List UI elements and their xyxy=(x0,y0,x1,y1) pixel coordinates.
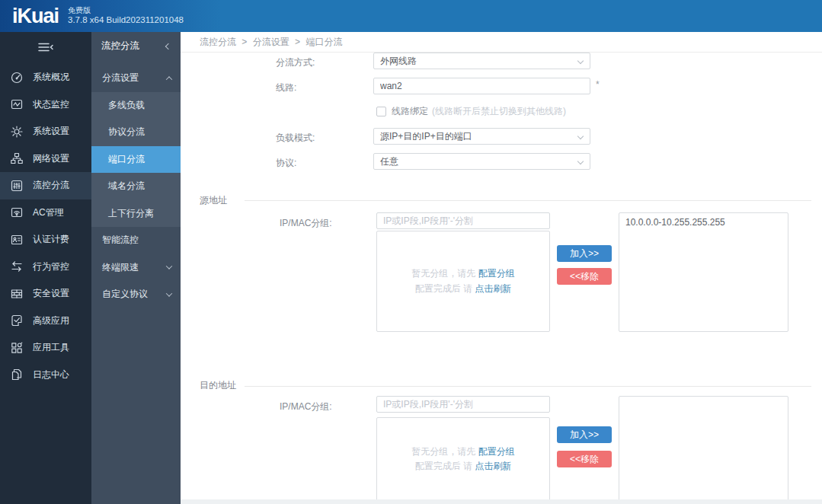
line-bind-row: 线路绑定 (线路断开后禁止切换到其他线路) xyxy=(376,105,566,118)
wifi-icon xyxy=(10,206,24,219)
dest-ip-input[interactable] xyxy=(376,396,550,413)
submenu-item-updown-split[interactable]: 上下行分离 xyxy=(91,200,181,228)
submenu-item-label: 终端限速 xyxy=(102,261,139,274)
sidebar-item-label: 安全设置 xyxy=(33,287,69,300)
chevron-down-icon xyxy=(577,158,584,164)
configure-group-link[interactable]: 配置分组 xyxy=(478,446,515,457)
submenu-item-label: 分流设置 xyxy=(102,72,139,85)
empty-hint-line1: 暂无分组，请先 配置分组 xyxy=(411,445,514,459)
dest-selected-listbox[interactable] xyxy=(619,396,788,501)
sidebar-item-label: 系统设置 xyxy=(33,125,69,138)
flow-control-submenu: 流控分流 分流设置 多线负载 协议分流 端口分流 域名分流 上下行分离 智能流控… xyxy=(91,32,181,504)
configure-group-link[interactable]: 配置分组 xyxy=(478,268,515,279)
check-note-icon xyxy=(10,314,24,327)
page-bottom-strip xyxy=(181,499,822,504)
app-logo: iKuai xyxy=(12,5,59,28)
sidebar-item-label: 认证计费 xyxy=(33,233,69,246)
dest-group-listbox[interactable]: 暂无分组，请先 配置分组 配置完成后 请 点击刷新 xyxy=(376,417,550,501)
submenu-header[interactable]: 流控分流 xyxy=(91,32,181,60)
hamburger-icon xyxy=(37,42,55,55)
swap-arrows-icon xyxy=(10,260,24,273)
chevron-down-icon xyxy=(577,58,584,64)
sliders-icon xyxy=(10,179,24,193)
chevron-down-icon xyxy=(166,290,172,296)
submenu-title: 流控分流 xyxy=(101,40,139,53)
line-bind-checkbox[interactable] xyxy=(376,107,386,116)
chevron-up-icon xyxy=(166,76,172,82)
empty-hint-line1: 暂无分组，请先 配置分组 xyxy=(411,266,514,281)
submenu-item-custom-protocol[interactable]: 自定义协议 xyxy=(91,281,181,308)
sidebar-collapse-button[interactable] xyxy=(0,32,91,64)
submenu-item-label: 智能流控 xyxy=(102,234,139,247)
protocol-select[interactable]: 任意 xyxy=(373,153,590,170)
sidebar-item-log-center[interactable]: 日志中心 xyxy=(0,362,91,389)
top-bar: iKuai 免费版 3.7.8 x64 Build202311201048 xyxy=(0,0,822,32)
chevron-down-icon xyxy=(577,133,584,139)
source-group-listbox[interactable]: 暂无分组，请先 配置分组 配置完成后 请 点击刷新 xyxy=(376,231,550,332)
submenu-item-protocol-split[interactable]: 协议分流 xyxy=(91,119,181,146)
submenu-item-label: 域名分流 xyxy=(108,180,145,193)
source-selected-listbox[interactable]: 10.0.0.0-10.255.255.255 xyxy=(619,212,788,332)
load-mode-select[interactable]: 源IP+目的IP+目的端口 xyxy=(373,128,590,145)
sidebar-item-ac-management[interactable]: AC管理 xyxy=(0,199,91,227)
main-content: 流控分流 > 分流设置 > 端口分流 分流方式: 外网线路 线路: * 线路绑定… xyxy=(181,32,822,504)
refresh-link[interactable]: 点击刷新 xyxy=(475,283,511,294)
sidebar-item-network-settings[interactable]: 网络设置 xyxy=(0,145,91,173)
monitor-icon xyxy=(10,97,24,111)
load-mode-value: 源IP+目的IP+目的端口 xyxy=(380,130,472,143)
submenu-item-smart-qos[interactable]: 智能流控 xyxy=(91,227,181,254)
dest-group-label: IP/MAC分组: xyxy=(280,400,332,413)
sidebar-item-label: 状态监控 xyxy=(33,98,69,111)
sidebar-item-label: 网络设置 xyxy=(33,152,69,165)
sidebar-item-label: 高级应用 xyxy=(33,314,69,327)
list-item[interactable]: 10.0.0.0-10.255.255.255 xyxy=(619,213,788,231)
gauge-icon xyxy=(10,71,24,85)
sidebar-item-system-settings[interactable]: 系统设置 xyxy=(0,118,91,145)
required-mark: * xyxy=(596,79,600,90)
sidebar-item-app-tools[interactable]: 应用工具 xyxy=(0,334,91,362)
submenu-item-domain-split[interactable]: 域名分流 xyxy=(91,173,181,200)
chevron-left-icon xyxy=(165,43,171,49)
line-input[interactable] xyxy=(373,78,590,94)
source-add-button[interactable]: 加入>> xyxy=(557,245,612,262)
source-remove-button[interactable]: <<移除 xyxy=(557,268,612,285)
breadcrumb-separator: > xyxy=(241,37,247,47)
empty-hint-line2: 配置完成后 请 点击刷新 xyxy=(415,282,512,296)
sidebar-item-auth-billing[interactable]: 认证计费 xyxy=(0,226,91,254)
sidebar-item-label: 系统概况 xyxy=(33,71,69,84)
chevron-down-icon xyxy=(166,263,172,270)
sidebar-item-label: 日志中心 xyxy=(33,368,69,381)
main-sidebar: 系统概况 状态监控 系统设置 网络设置 流控分流 AC管理 认证计费 行为管控 … xyxy=(0,32,91,504)
refresh-link[interactable]: 点击刷新 xyxy=(475,461,511,471)
sidebar-item-system-overview[interactable]: 系统概况 xyxy=(0,64,91,91)
breadcrumb-item: 分流设置 xyxy=(253,37,289,47)
sidebar-item-security-settings[interactable]: 安全设置 xyxy=(0,280,91,308)
line-label: 线路: xyxy=(276,81,296,94)
sidebar-item-advanced-apps[interactable]: 高级应用 xyxy=(0,308,91,335)
app-grid-icon xyxy=(10,341,24,355)
submenu-item-terminal-limit[interactable]: 终端限速 xyxy=(91,254,181,282)
source-section-title: 源地址 xyxy=(200,194,227,207)
sidebar-item-flow-control[interactable]: 流控分流 xyxy=(0,172,91,199)
id-card-icon xyxy=(10,233,24,247)
load-mode-label: 负载模式: xyxy=(276,132,315,145)
line-bind-label: 线路绑定 xyxy=(392,105,428,118)
build-label: 3.7.8 x64 Build202311201048 xyxy=(68,15,184,26)
app-version: 免费版 3.7.8 x64 Build202311201048 xyxy=(68,6,184,26)
source-ip-input[interactable] xyxy=(376,212,550,229)
submenu-item-multiline-load[interactable]: 多线负载 xyxy=(91,92,181,120)
dest-add-button[interactable]: 加入>> xyxy=(557,426,612,443)
dest-remove-button[interactable]: <<移除 xyxy=(557,451,612,467)
breadcrumb-separator: > xyxy=(295,37,300,47)
submenu-item-port-split[interactable]: 端口分流 xyxy=(91,146,181,174)
split-mode-select[interactable]: 外网线路 xyxy=(373,53,590,69)
source-group-label: IP/MAC分组: xyxy=(280,217,332,230)
sidebar-item-status-monitor[interactable]: 状态监控 xyxy=(0,91,91,119)
empty-hint-line2: 配置完成后 请 点击刷新 xyxy=(415,459,512,474)
split-mode-label: 分流方式: xyxy=(276,56,315,69)
sidebar-item-behavior-control[interactable]: 行为管控 xyxy=(0,254,91,281)
submenu-item-label: 端口分流 xyxy=(108,153,145,166)
submenu-item-label: 协议分流 xyxy=(108,126,145,139)
submenu-item-split-settings[interactable]: 分流设置 xyxy=(91,65,181,92)
breadcrumb: 流控分流 > 分流设置 > 端口分流 xyxy=(181,32,822,53)
